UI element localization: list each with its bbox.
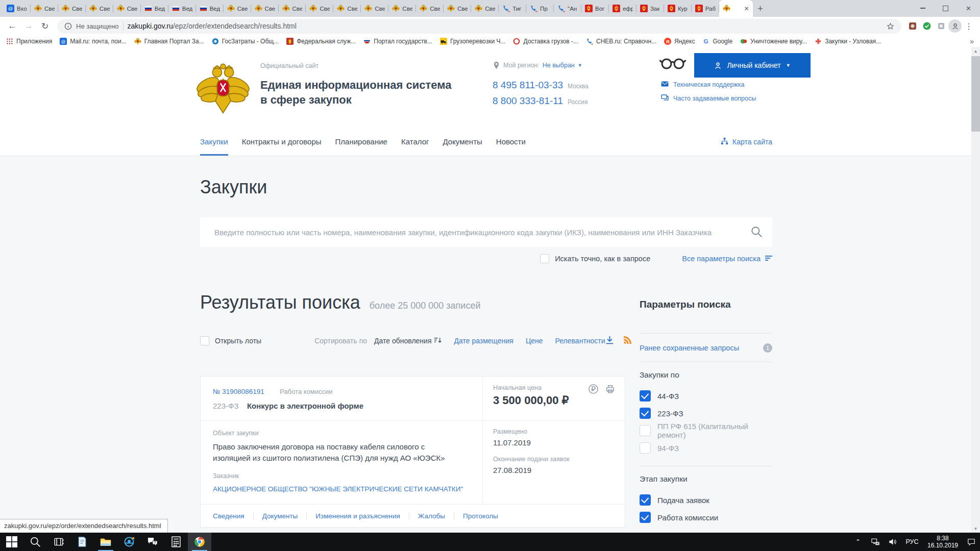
filter-checkbox[interactable] — [640, 425, 651, 436]
browser-tab-10[interactable]: Све — [251, 0, 279, 17]
help-app[interactable]: ? — [141, 533, 164, 551]
calculator-app[interactable] — [164, 533, 188, 551]
browser-tab-8[interactable]: Вед — [196, 0, 224, 17]
sort-option-2[interactable]: Дате размещения — [454, 337, 513, 345]
bookmark-item-3[interactable]: Главная Портал За... — [134, 38, 204, 45]
exact-search-checkbox[interactable] — [540, 254, 549, 263]
browser-tab-25[interactable]: Кур — [664, 0, 692, 17]
personal-cabinet-button[interactable]: Личный кабинет▼ — [694, 53, 811, 78]
scroll-down-arrow[interactable]: ▼ — [971, 524, 980, 533]
taskbar-clock[interactable]: 8:38 16.10.2019 — [923, 535, 963, 549]
task-view-button[interactable] — [47, 533, 70, 551]
browser-tab-16[interactable]: Све — [416, 0, 444, 17]
address-bar[interactable]: Не защищено zakupki.gov.ru/epz/order/ext… — [57, 19, 901, 34]
profile-avatar[interactable] — [948, 19, 962, 33]
phone-moscow[interactable]: 8 495 811-03-33 — [493, 80, 563, 90]
bookmark-item-7[interactable]: Грузоперевозки Ч... — [440, 38, 506, 45]
forward-button[interactable]: → — [20, 21, 37, 31]
customer-link[interactable]: АКЦИОНЕРНОЕ ОБЩЕСТВО "ЮЖНЫЕ ЭЛЕКТРИЧЕСКИ… — [213, 485, 470, 493]
nav-item-контракты-и-договоры[interactable]: Контракты и договоры — [242, 128, 322, 156]
download-icon[interactable] — [605, 336, 614, 346]
nav-item-документы[interactable]: Документы — [443, 128, 482, 156]
coat-of-arms-logo[interactable] — [196, 59, 250, 119]
open-lots-checkbox[interactable] — [200, 336, 209, 345]
bookmark-item-11[interactable]: GGoogle — [702, 38, 732, 45]
browser-tab-1[interactable]: @Вхо — [3, 0, 31, 17]
browser-tab-27[interactable]: ✕ — [719, 0, 753, 17]
action-center-icon[interactable] — [963, 533, 980, 551]
bookmark-item-1[interactable]: Приложения — [6, 38, 52, 45]
browser-tab-5[interactable]: Све — [113, 0, 141, 17]
rss-icon[interactable] — [623, 336, 632, 346]
language-indicator[interactable]: РУС — [901, 538, 923, 545]
network-icon[interactable] — [867, 533, 884, 551]
purchase-number-link[interactable]: № 31908086191 — [213, 388, 264, 395]
bookmark-item-10[interactable]: ЯЯндекс — [664, 38, 695, 45]
browser-tab-20[interactable]: нсПр — [526, 0, 554, 17]
card-tab-2[interactable]: Документы — [262, 512, 298, 520]
sort-option-1[interactable]: Дате обновления — [374, 337, 442, 345]
sort-order-icon[interactable] — [434, 337, 442, 345]
chrome-app[interactable] — [188, 533, 211, 551]
card-tab-5[interactable]: Протоколы — [463, 512, 498, 520]
new-tab-button[interactable]: + — [753, 1, 768, 16]
phone-russia[interactable]: 8 800 333-81-11 — [493, 95, 563, 106]
ruble-circle-icon[interactable] — [588, 384, 599, 396]
card-tab-4[interactable]: Жалобы — [418, 512, 445, 520]
browser-tab-24[interactable]: Зак — [636, 0, 664, 17]
all-search-params-link[interactable]: Все параметры поиска — [682, 255, 772, 263]
browser-tab-13[interactable]: Све — [333, 0, 361, 17]
browser-tab-15[interactable]: Све — [388, 0, 416, 17]
faq-link[interactable]: Часто задаваемые вопросы — [661, 94, 756, 103]
bookmark-item-2[interactable]: @Mail.ru: почта, пои... — [60, 38, 126, 45]
scroll-up-arrow[interactable]: ▲ — [971, 47, 980, 55]
filter-checkbox[interactable] — [640, 494, 651, 506]
browser-tab-12[interactable]: Све — [306, 0, 333, 17]
browser-tab-2[interactable]: Све — [31, 0, 58, 17]
browser-tab-9[interactable]: Све — [224, 0, 251, 17]
speaker-icon[interactable] — [884, 533, 901, 551]
back-button[interactable]: ← — [4, 21, 20, 31]
sort-option-3[interactable]: Цене — [526, 337, 543, 345]
browser-menu-button[interactable]: ⋮ — [962, 19, 976, 33]
browser-tab-11[interactable]: Све — [279, 0, 306, 17]
bookmark-item-13[interactable]: Закупки - Узловая... — [815, 38, 881, 45]
nav-item-каталог[interactable]: Каталог — [401, 128, 429, 156]
file-explorer-app[interactable] — [94, 533, 117, 551]
saved-queries-link[interactable]: Ранее сохраненные запросы — [640, 344, 739, 352]
browser-tab-22[interactable]: Вог — [581, 0, 609, 17]
search-input[interactable] — [200, 228, 741, 237]
restore-button[interactable] — [934, 0, 957, 16]
browser-tab-4[interactable]: Све — [86, 0, 113, 17]
accessibility-glasses-icon[interactable] — [659, 56, 687, 70]
bookmark-star-icon[interactable] — [887, 22, 894, 30]
bookmark-item-9[interactable]: нсCHEB.ru: Справочн... — [586, 38, 656, 45]
browser-tab-18[interactable]: Све — [471, 0, 499, 17]
extension-icon-2[interactable] — [920, 19, 934, 33]
info-icon[interactable] — [64, 22, 72, 30]
filter-checkbox[interactable] — [640, 512, 651, 523]
card-tab-1[interactable]: Сведения — [213, 512, 244, 520]
extension-icon-1[interactable] — [905, 19, 920, 33]
taskbar-search-button[interactable] — [23, 533, 47, 551]
region-value[interactable]: Не выбран — [543, 62, 575, 69]
url-text[interactable]: zakupki.gov.ru/epz/order/extendedsearch/… — [128, 22, 297, 30]
close-tab-icon[interactable]: ✕ — [744, 5, 749, 12]
close-window-button[interactable]: ✕ — [957, 0, 980, 16]
minimize-button[interactable] — [911, 0, 934, 16]
nav-item-новости[interactable]: Новости — [496, 128, 526, 156]
search-button[interactable] — [741, 225, 772, 240]
extension-icon-3[interactable] — [934, 19, 948, 33]
bookmark-item-4[interactable]: ГосЗатраты - Общ... — [212, 38, 279, 45]
scrollbar-thumb[interactable] — [971, 56, 980, 132]
region-selector[interactable]: Мой регион: Не выбран ▼ — [493, 61, 582, 69]
bookmark-item-12[interactable]: Уничтожение виру... — [740, 38, 807, 45]
browser-tab-6[interactable]: Вед — [141, 0, 168, 17]
filter-checkbox[interactable] — [640, 408, 651, 419]
browser-tab-17[interactable]: Све — [444, 0, 471, 17]
notepad-app[interactable] — [70, 533, 94, 551]
bookmark-item-5[interactable]: Федеральная служ... — [286, 38, 356, 45]
browser-tab-21[interactable]: нс"Ан — [554, 0, 581, 17]
filter-checkbox[interactable] — [640, 390, 651, 402]
reload-button[interactable]: ↻ — [37, 21, 53, 32]
